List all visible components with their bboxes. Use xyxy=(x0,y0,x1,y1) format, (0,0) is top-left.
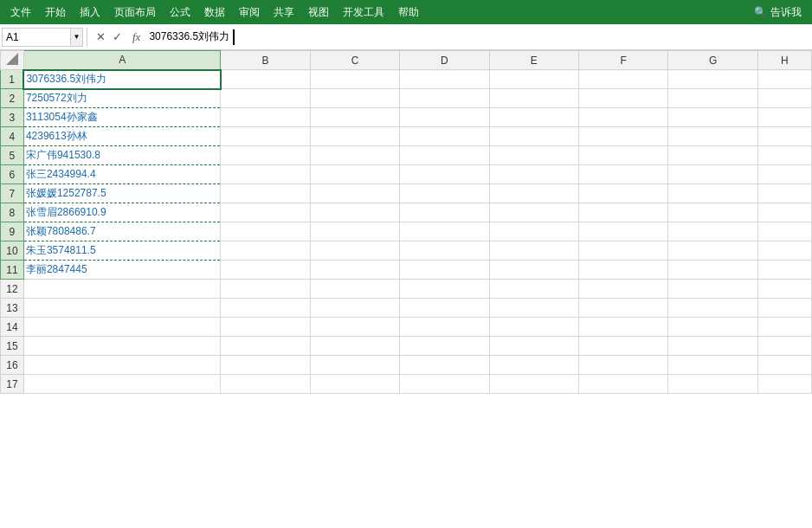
col-header-f[interactable]: F xyxy=(579,51,668,70)
cell-d4[interactable] xyxy=(400,127,489,146)
menu-developer[interactable]: 开发工具 xyxy=(336,2,391,23)
cell-c17[interactable] xyxy=(310,375,399,394)
formula-content[interactable]: 3076336.5刘伟力 xyxy=(145,29,233,44)
cell-c7[interactable] xyxy=(310,184,399,203)
row-number-16[interactable]: 16 xyxy=(1,356,24,375)
cell-g10[interactable] xyxy=(668,241,757,261)
cell-b6[interactable] xyxy=(221,165,310,184)
cell-e9[interactable] xyxy=(489,222,578,241)
cell-g17[interactable] xyxy=(668,375,757,394)
cell-e15[interactable] xyxy=(489,337,578,356)
cell-g1[interactable] xyxy=(668,70,757,89)
cell-f9[interactable] xyxy=(579,222,668,241)
cell-e2[interactable] xyxy=(489,89,578,108)
cell-d17[interactable] xyxy=(400,375,489,394)
row-number-5[interactable]: 5 xyxy=(1,146,24,165)
row-number-2[interactable]: 2 xyxy=(1,89,24,108)
cell-b4[interactable] xyxy=(221,127,310,146)
cell-a10[interactable]: 朱玉3574811.5 xyxy=(23,241,221,261)
menu-view[interactable]: 视图 xyxy=(301,2,336,23)
cell-f3[interactable] xyxy=(579,108,668,127)
cell-f1[interactable] xyxy=(579,70,668,89)
cell-g13[interactable] xyxy=(668,299,757,318)
cell-f4[interactable] xyxy=(579,127,668,146)
cell-h1[interactable] xyxy=(757,70,811,89)
menu-home[interactable]: 开始 xyxy=(38,2,73,23)
cell-e17[interactable] xyxy=(489,375,578,394)
menu-data[interactable]: 数据 xyxy=(197,2,232,23)
cell-f6[interactable] xyxy=(579,165,668,184)
col-header-a[interactable]: A xyxy=(23,51,221,70)
cell-e13[interactable] xyxy=(489,299,578,318)
cell-h12[interactable] xyxy=(757,280,811,299)
cell-b17[interactable] xyxy=(221,375,310,394)
cell-b14[interactable] xyxy=(221,318,310,337)
search-area[interactable]: 🔍 告诉我 xyxy=(747,5,809,20)
cell-d12[interactable] xyxy=(400,280,489,299)
cell-c4[interactable] xyxy=(310,127,399,146)
col-header-d[interactable]: D xyxy=(400,51,489,70)
cell-h11[interactable] xyxy=(757,261,811,280)
row-number-15[interactable]: 15 xyxy=(1,337,24,356)
cell-h14[interactable] xyxy=(757,318,811,337)
select-all-icon[interactable] xyxy=(6,53,18,65)
cell-c10[interactable] xyxy=(310,241,399,261)
cell-g12[interactable] xyxy=(668,280,757,299)
cell-g7[interactable] xyxy=(668,184,757,203)
menu-share[interactable]: 共享 xyxy=(267,2,301,23)
cell-e16[interactable] xyxy=(489,356,578,375)
cell-h17[interactable] xyxy=(757,375,811,394)
cell-d16[interactable] xyxy=(400,356,489,375)
menu-formula[interactable]: 公式 xyxy=(163,2,197,23)
cell-h9[interactable] xyxy=(757,222,811,241)
cell-b11[interactable] xyxy=(221,261,310,280)
menu-page-layout[interactable]: 页面布局 xyxy=(107,2,163,23)
row-number-11[interactable]: 11 xyxy=(1,261,24,280)
cell-c11[interactable] xyxy=(310,261,399,280)
cell-e1[interactable] xyxy=(489,70,578,89)
cell-d9[interactable] xyxy=(400,222,489,241)
cell-b10[interactable] xyxy=(221,241,310,261)
row-number-12[interactable]: 12 xyxy=(1,280,24,299)
cell-h3[interactable] xyxy=(757,108,811,127)
cell-d3[interactable] xyxy=(400,108,489,127)
cell-e11[interactable] xyxy=(489,261,578,280)
row-number-3[interactable]: 3 xyxy=(1,108,24,127)
cell-d8[interactable] xyxy=(400,203,489,222)
cell-a5[interactable]: 宋广伟941530.8 xyxy=(23,146,221,165)
cancel-icon[interactable]: ✕ xyxy=(94,30,107,43)
col-header-e[interactable]: E xyxy=(489,51,578,70)
cell-b9[interactable] xyxy=(221,222,310,241)
cell-c2[interactable] xyxy=(310,89,399,108)
cell-a12[interactable] xyxy=(23,280,221,299)
cell-b2[interactable] xyxy=(221,89,310,108)
cell-f2[interactable] xyxy=(579,89,668,108)
cell-d11[interactable] xyxy=(400,261,489,280)
cell-c13[interactable] xyxy=(310,299,399,318)
row-number-4[interactable]: 4 xyxy=(1,127,24,146)
row-number-17[interactable]: 17 xyxy=(1,375,24,394)
cell-f16[interactable] xyxy=(579,356,668,375)
cell-b3[interactable] xyxy=(221,108,310,127)
cell-e5[interactable] xyxy=(489,146,578,165)
cell-b8[interactable] xyxy=(221,203,310,222)
cell-b16[interactable] xyxy=(221,356,310,375)
cell-d10[interactable] xyxy=(400,241,489,261)
cell-b1[interactable] xyxy=(221,70,310,89)
row-number-1[interactable]: 1 xyxy=(1,70,24,89)
cell-b12[interactable] xyxy=(221,280,310,299)
cell-g8[interactable] xyxy=(668,203,757,222)
confirm-icon[interactable]: ✓ xyxy=(111,30,124,43)
col-header-h[interactable]: H xyxy=(757,51,811,70)
row-number-7[interactable]: 7 xyxy=(1,184,24,203)
cell-a3[interactable]: 3113054孙家鑫 xyxy=(23,108,221,127)
cell-h4[interactable] xyxy=(757,127,811,146)
cell-g3[interactable] xyxy=(668,108,757,127)
cell-h6[interactable] xyxy=(757,165,811,184)
cell-e12[interactable] xyxy=(489,280,578,299)
cell-h13[interactable] xyxy=(757,299,811,318)
menu-file[interactable]: 文件 xyxy=(3,2,38,23)
cell-a1[interactable]: 3076336.5刘伟力 xyxy=(23,70,221,89)
cell-b15[interactable] xyxy=(221,337,310,356)
cell-d2[interactable] xyxy=(400,89,489,108)
